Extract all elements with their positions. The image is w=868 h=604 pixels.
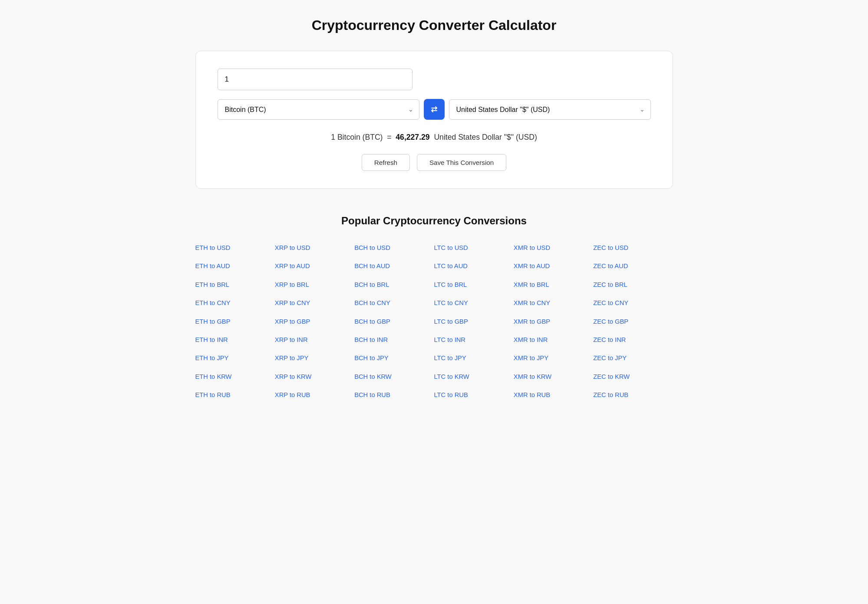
from-currency-wrapper: Bitcoin (BTC) ⌄ <box>218 99 419 120</box>
conversion-link[interactable]: XRP to KRW <box>275 370 354 384</box>
page-title: Cryptocurrency Converter Calculator <box>26 17 842 33</box>
conversion-link[interactable]: BCH to BRL <box>354 278 434 292</box>
selectors-row: Bitcoin (BTC) ⌄ United States Dollar "$"… <box>218 99 651 120</box>
conversion-link[interactable]: LTC to GBP <box>434 315 513 328</box>
conversion-link[interactable]: BCH to CNY <box>354 296 434 310</box>
conversion-link[interactable]: ZEC to RUB <box>593 388 673 402</box>
conversion-link[interactable]: XMR to BRL <box>514 278 593 292</box>
conversion-link[interactable]: LTC to INR <box>434 333 513 347</box>
conversion-link[interactable]: ETH to AUD <box>195 259 275 273</box>
conversion-link[interactable]: XRP to CNY <box>275 296 354 310</box>
conversion-link[interactable]: BCH to JPY <box>354 351 434 365</box>
conversion-link[interactable]: XMR to INR <box>514 333 593 347</box>
conversion-link[interactable]: BCH to GBP <box>354 315 434 328</box>
conversion-link[interactable]: ETH to CNY <box>195 296 275 310</box>
result-equals: = <box>387 133 391 141</box>
conversion-link[interactable]: ETH to JPY <box>195 351 275 365</box>
conversion-link[interactable]: XRP to INR <box>275 333 354 347</box>
conversion-link[interactable]: LTC to USD <box>434 241 513 255</box>
conversion-link[interactable]: LTC to KRW <box>434 370 513 384</box>
buttons-row: Refresh Save This Conversion <box>218 154 651 171</box>
save-conversion-button[interactable]: Save This Conversion <box>417 154 506 171</box>
conversion-link[interactable]: BCH to RUB <box>354 388 434 402</box>
conversion-link[interactable]: ETH to GBP <box>195 315 275 328</box>
conversions-grid: ETH to USDXRP to USDBCH to USDLTC to USD… <box>195 241 673 402</box>
conversion-link[interactable]: BCH to AUD <box>354 259 434 273</box>
refresh-button[interactable]: Refresh <box>362 154 410 171</box>
swap-button[interactable] <box>424 99 445 120</box>
conversion-link[interactable]: XMR to AUD <box>514 259 593 273</box>
conversion-link[interactable]: XRP to BRL <box>275 278 354 292</box>
conversion-link[interactable]: ZEC to BRL <box>593 278 673 292</box>
conversion-link[interactable]: XMR to GBP <box>514 315 593 328</box>
conversion-link[interactable]: ETH to KRW <box>195 370 275 384</box>
conversion-link[interactable]: XMR to CNY <box>514 296 593 310</box>
conversion-link[interactable]: XMR to KRW <box>514 370 593 384</box>
conversion-link[interactable]: BCH to INR <box>354 333 434 347</box>
result-from-text: 1 Bitcoin (BTC) <box>331 133 383 141</box>
result-value: 46,227.29 <box>396 133 429 141</box>
amount-input[interactable] <box>218 69 413 90</box>
conversion-link[interactable]: LTC to BRL <box>434 278 513 292</box>
conversion-link[interactable]: XMR to JPY <box>514 351 593 365</box>
conversion-link[interactable]: LTC to JPY <box>434 351 513 365</box>
conversion-link[interactable]: LTC to RUB <box>434 388 513 402</box>
conversion-link[interactable]: ZEC to JPY <box>593 351 673 365</box>
conversion-link[interactable]: XRP to USD <box>275 241 354 255</box>
conversion-link[interactable]: ZEC to AUD <box>593 259 673 273</box>
conversion-link[interactable]: LTC to CNY <box>434 296 513 310</box>
result-row: 1 Bitcoin (BTC) = 46,227.29 United State… <box>218 133 651 142</box>
conversion-link[interactable]: XRP to RUB <box>275 388 354 402</box>
popular-title: Popular Cryptocurrency Conversions <box>195 215 673 227</box>
conversion-link[interactable]: XRP to AUD <box>275 259 354 273</box>
conversion-link[interactable]: ETH to USD <box>195 241 275 255</box>
to-currency-select[interactable]: United States Dollar "$" (USD) <box>449 99 651 120</box>
conversion-link[interactable]: ETH to RUB <box>195 388 275 402</box>
conversion-link[interactable]: BCH to USD <box>354 241 434 255</box>
conversion-link[interactable]: XRP to JPY <box>275 351 354 365</box>
converter-card: Bitcoin (BTC) ⌄ United States Dollar "$"… <box>195 51 673 189</box>
from-currency-select[interactable]: Bitcoin (BTC) <box>218 99 419 120</box>
conversion-link[interactable]: ZEC to USD <box>593 241 673 255</box>
conversion-link[interactable]: ZEC to INR <box>593 333 673 347</box>
conversion-link[interactable]: ZEC to CNY <box>593 296 673 310</box>
popular-section: Popular Cryptocurrency Conversions ETH t… <box>195 215 673 402</box>
conversion-link[interactable]: XRP to GBP <box>275 315 354 328</box>
conversion-link[interactable]: BCH to KRW <box>354 370 434 384</box>
swap-icon <box>430 105 439 114</box>
conversion-link[interactable]: ZEC to GBP <box>593 315 673 328</box>
conversion-link[interactable]: XMR to USD <box>514 241 593 255</box>
conversion-link[interactable]: XMR to RUB <box>514 388 593 402</box>
conversion-link[interactable]: ETH to INR <box>195 333 275 347</box>
conversion-link[interactable]: LTC to AUD <box>434 259 513 273</box>
conversion-link[interactable]: ETH to BRL <box>195 278 275 292</box>
result-to-currency: United States Dollar "$" (USD) <box>434 133 537 141</box>
conversion-link[interactable]: ZEC to KRW <box>593 370 673 384</box>
to-currency-wrapper: United States Dollar "$" (USD) ⌄ <box>449 99 651 120</box>
